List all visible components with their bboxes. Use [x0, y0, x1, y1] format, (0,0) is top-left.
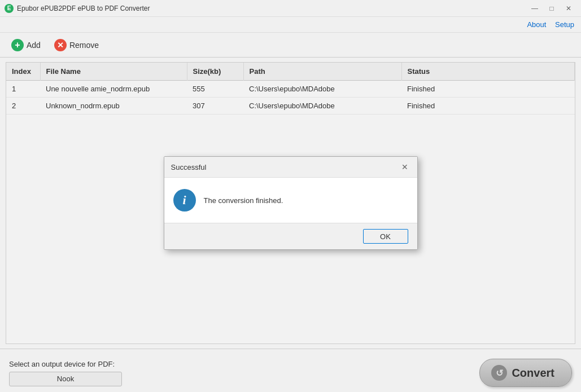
output-label: Select an output device for PDF: — [9, 360, 122, 368]
app-icon: E — [5, 4, 14, 13]
app-title: Epubor ePUB2PDF ePUB to PDF Converter — [17, 5, 527, 12]
dialog-body: i The conversion finished. — [164, 178, 417, 223]
convert-arrow-icon: ↺ — [491, 365, 507, 381]
menu-bar: About Setup — [0, 17, 581, 33]
info-icon: i — [173, 189, 196, 212]
dialog-message: The conversion finished. — [204, 196, 283, 205]
dialog-footer: OK — [164, 223, 417, 249]
maximize-button[interactable]: □ — [544, 2, 560, 15]
success-dialog: Successful ✕ i The conversion finished. … — [164, 156, 418, 250]
setup-link[interactable]: Setup — [555, 20, 574, 29]
remove-icon: ✕ — [54, 39, 67, 51]
about-link[interactable]: About — [527, 20, 546, 29]
output-section: Select an output device for PDF: Nook — [9, 360, 122, 386]
toolbar: + Add ✕ Remove — [0, 33, 581, 58]
dialog-close-button[interactable]: ✕ — [399, 161, 410, 173]
device-dropdown[interactable]: Nook — [9, 372, 122, 386]
title-bar: E Epubor ePUB2PDF ePUB to PDF Converter … — [0, 0, 581, 17]
add-label: Add — [27, 41, 41, 50]
main-content: Index File Name Size(kb) Path Status 1 U… — [6, 62, 575, 344]
dialog-title-bar: Successful ✕ — [164, 157, 417, 178]
dialog-overlay: Successful ✕ i The conversion finished. … — [6, 63, 575, 343]
close-button[interactable]: ✕ — [561, 2, 576, 15]
convert-button[interactable]: ↺ Convert — [479, 359, 572, 387]
add-button[interactable]: + Add — [7, 37, 45, 54]
menu-links: About Setup — [520, 20, 574, 29]
device-value: Nook — [57, 375, 74, 383]
window-controls: — □ ✕ — [527, 2, 576, 15]
ok-button[interactable]: OK — [363, 229, 408, 244]
remove-label: Remove — [69, 41, 99, 50]
minimize-button[interactable]: — — [527, 2, 543, 15]
bottom-bar: Select an output device for PDF: Nook ↺ … — [0, 349, 581, 392]
dialog-title: Successful — [171, 163, 207, 171]
convert-label: Convert — [512, 367, 554, 380]
add-icon: + — [11, 39, 24, 51]
remove-button[interactable]: ✕ Remove — [50, 37, 103, 54]
